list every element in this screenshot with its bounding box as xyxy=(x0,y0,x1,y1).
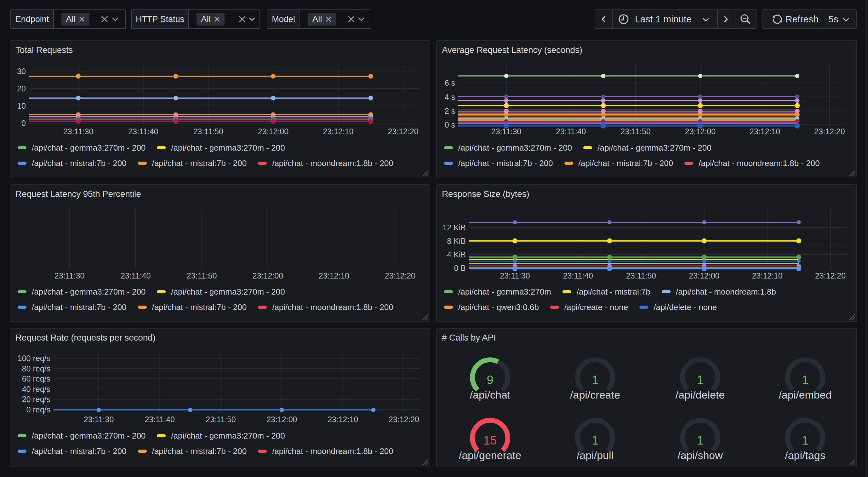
svg-text:10: 10 xyxy=(17,101,26,110)
svg-text:23:11:30: 23:11:30 xyxy=(500,271,530,280)
svg-text:12 KiB: 12 KiB xyxy=(442,223,466,232)
svg-text:20 req/s: 20 req/s xyxy=(22,395,51,404)
svg-text:1: 1 xyxy=(697,434,703,447)
svg-text:23:11:50: 23:11:50 xyxy=(193,127,223,136)
svg-text:23:11:40: 23:11:40 xyxy=(145,415,175,424)
svg-text:23:12:00: 23:12:00 xyxy=(253,271,283,280)
svg-text:1: 1 xyxy=(592,434,598,447)
svg-text:4 KiB: 4 KiB xyxy=(447,250,466,259)
svg-text:2 s: 2 s xyxy=(445,107,455,115)
svg-text:23:11:30: 23:11:30 xyxy=(55,271,84,280)
svg-text:5s: 5s xyxy=(828,14,838,24)
svg-text:0 s: 0 s xyxy=(445,120,455,129)
svg-text:23:12:20: 23:12:20 xyxy=(814,127,845,136)
svg-text:8 KiB: 8 KiB xyxy=(447,237,466,245)
svg-text:23:12:00: 23:12:00 xyxy=(689,271,719,280)
svg-text:30: 30 xyxy=(17,67,26,76)
svg-text:40 req/s: 40 req/s xyxy=(22,385,51,393)
svg-text:6 s: 6 s xyxy=(445,79,455,87)
svg-text:23:11:40: 23:11:40 xyxy=(563,271,593,280)
svg-text:1: 1 xyxy=(697,374,703,387)
svg-text:/api/pull: /api/pull xyxy=(577,449,614,461)
svg-text:23:12:20: 23:12:20 xyxy=(388,127,418,136)
svg-text:23:12:00: 23:12:00 xyxy=(267,415,297,424)
svg-text:60 req/s: 60 req/s xyxy=(22,374,51,383)
svg-text:/api/create: /api/create xyxy=(570,389,620,401)
svg-text:23:12:10: 23:12:10 xyxy=(752,271,782,280)
svg-text:/api/show: /api/show xyxy=(678,449,723,461)
svg-text:20: 20 xyxy=(17,84,26,93)
svg-text:/api/tags: /api/tags xyxy=(785,449,826,461)
svg-text:15: 15 xyxy=(484,434,497,447)
svg-text:23:12:10: 23:12:10 xyxy=(319,271,349,280)
svg-text:4 s: 4 s xyxy=(445,93,455,101)
svg-text:/api/delete: /api/delete xyxy=(676,389,725,401)
svg-text:23:12:10: 23:12:10 xyxy=(750,127,780,136)
svg-text:1: 1 xyxy=(802,434,808,447)
svg-text:23:11:30: 23:11:30 xyxy=(63,127,93,136)
svg-text:23:11:50: 23:11:50 xyxy=(187,271,217,280)
svg-text:23:11:50: 23:11:50 xyxy=(620,127,650,136)
svg-text:9: 9 xyxy=(487,374,493,387)
svg-text:23:11:50: 23:11:50 xyxy=(626,271,656,280)
svg-text:Refresh: Refresh xyxy=(785,14,818,24)
svg-text:23:12:10: 23:12:10 xyxy=(328,415,358,424)
svg-text:0: 0 xyxy=(22,119,26,128)
svg-text:23:11:40: 23:11:40 xyxy=(128,127,158,136)
svg-text:0 req/s: 0 req/s xyxy=(27,405,51,414)
svg-text:23:12:00: 23:12:00 xyxy=(258,127,288,136)
svg-text:23:12:10: 23:12:10 xyxy=(323,127,353,136)
svg-text:23:12:20: 23:12:20 xyxy=(385,271,415,280)
svg-text:Last 1 minute: Last 1 minute xyxy=(635,14,692,24)
svg-text:0 B: 0 B xyxy=(454,264,466,272)
svg-text:/api/embed: /api/embed xyxy=(779,389,832,401)
svg-text:23:12:20: 23:12:20 xyxy=(389,415,419,424)
svg-text:23:12:20: 23:12:20 xyxy=(815,271,846,280)
svg-text:23:11:30: 23:11:30 xyxy=(84,415,114,424)
svg-text:23:11:40: 23:11:40 xyxy=(556,127,586,136)
svg-text:80 req/s: 80 req/s xyxy=(22,364,51,373)
svg-text:/api/generate: /api/generate xyxy=(459,449,522,461)
svg-text:/api/chat: /api/chat xyxy=(470,389,510,401)
svg-text:1: 1 xyxy=(802,374,808,387)
svg-text:23:11:50: 23:11:50 xyxy=(206,415,236,424)
svg-text:23:11:40: 23:11:40 xyxy=(121,271,151,280)
svg-text:100 req/s: 100 req/s xyxy=(18,354,51,363)
svg-text:1: 1 xyxy=(592,374,598,387)
